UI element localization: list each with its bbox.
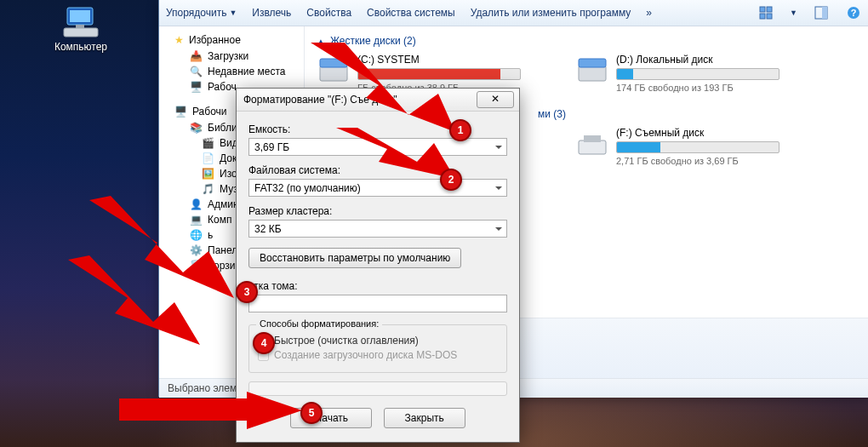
nav-downloads[interactable]: 📥 Загрузки [159, 49, 304, 64]
toolbar-organize[interactable]: Упорядочить▼ [166, 7, 237, 19]
drive-d-label: (D:) Локальный диск [616, 54, 779, 66]
cluster-label: Размер кластера: [248, 205, 507, 217]
volume-label: етка тома: [248, 280, 507, 292]
document-icon: 📄 [202, 152, 214, 164]
desktop-icon: 🖥️ [174, 106, 187, 117]
format-options-group: Способы форматирования: Быстрое (очистка… [248, 324, 507, 373]
annotation-arrow-3b [68, 255, 204, 358]
svg-rect-14 [579, 66, 606, 81]
svg-marker-23 [68, 255, 200, 345]
msdos-boot-checkbox: Создание загрузочного диска MS-DOS [258, 349, 498, 361]
svg-marker-21 [336, 128, 455, 179]
svg-rect-15 [579, 59, 606, 67]
preview-pane-icon[interactable] [813, 4, 830, 21]
quick-format-checkbox[interactable]: Быстрое (очистка оглавления) [258, 335, 498, 347]
annotation-arrow-5 [119, 392, 306, 434]
svg-rect-17 [584, 135, 601, 142]
toolbar-uninstall[interactable]: Удалить или изменить программу [471, 7, 631, 19]
cluster-combobox[interactable]: 32 КБ [248, 220, 507, 238]
explorer-toolbar: Упорядочить▼ Извлечь Свойства Свойства с… [159, 0, 868, 26]
drive-d-sub: 174 ГБ свободно из 193 ГБ [616, 83, 779, 93]
svg-rect-1 [70, 10, 90, 22]
annotation-marker-5: 5 [300, 402, 323, 424]
annotation-marker-2: 2 [440, 169, 462, 191]
drive-f-sub: 2,71 ГБ свободно из 3,69 ГБ [616, 156, 779, 166]
hdd-icon [575, 54, 609, 88]
drive-f-label: (F:) Съемный диск [616, 127, 779, 139]
svg-rect-9 [822, 7, 827, 19]
folder-icon: 📥 [190, 50, 203, 62]
computer-icon [62, 4, 100, 38]
toolbar-eject[interactable]: Извлечь [252, 7, 291, 19]
svg-rect-6 [760, 14, 765, 19]
section-removable[interactable]: ми (3) [538, 108, 857, 120]
annotation-marker-1: 1 [449, 119, 471, 141]
toolbar-properties[interactable]: Свойства [306, 7, 351, 19]
libraries-icon: 📚 [190, 122, 203, 134]
view-dropdown-icon[interactable]: ▼ [790, 9, 797, 17]
recent-icon: 🔍 [190, 66, 203, 77]
svg-marker-20 [311, 43, 455, 132]
dialog-close-button[interactable]: ✕ [477, 91, 514, 108]
drive-f-bar [616, 141, 779, 153]
view-icon[interactable] [757, 4, 774, 21]
video-icon: 🎬 [202, 137, 214, 149]
drive-d-bar [616, 68, 779, 80]
group-legend: Способы форматирования: [256, 318, 382, 329]
desktop-icon-computer[interactable]: Компьютер [47, 4, 115, 53]
svg-marker-24 [119, 392, 302, 429]
help-icon[interactable]: ? [845, 4, 862, 21]
svg-rect-3 [64, 28, 98, 37]
annotation-marker-4: 4 [253, 332, 275, 354]
desktop-icon: 🖥️ [190, 81, 203, 93]
restore-defaults-button[interactable]: Восстановить параметры по умолчанию [248, 248, 461, 268]
star-icon: ★ [174, 34, 184, 46]
svg-rect-16 [579, 140, 606, 154]
removable-drive-icon [575, 127, 609, 161]
svg-rect-5 [767, 7, 772, 12]
toolbar-sys-properties[interactable]: Свойства системы [367, 7, 455, 19]
svg-rect-7 [767, 14, 772, 19]
svg-text:?: ? [851, 8, 857, 18]
desktop-icon-label: Компьютер [47, 41, 115, 53]
drive-d[interactable]: (D:) Локальный диск 174 ГБ свободно из 1… [575, 54, 814, 93]
annotation-marker-3: 3 [236, 281, 258, 303]
svg-rect-2 [76, 25, 84, 28]
close-button[interactable]: Закрыть [384, 408, 465, 428]
music-icon: 🎵 [202, 183, 214, 195]
toolbar-chevron[interactable]: » [646, 7, 652, 19]
drive-f[interactable]: (F:) Съемный диск 2,71 ГБ свободно из 3,… [575, 127, 814, 166]
svg-rect-4 [760, 7, 765, 12]
volume-input[interactable] [248, 295, 507, 312]
nav-recent[interactable]: 🔍 Недавние места [159, 64, 304, 79]
image-icon: 🖼️ [202, 168, 214, 180]
nav-favorites[interactable]: ★ Избранное [159, 32, 304, 49]
